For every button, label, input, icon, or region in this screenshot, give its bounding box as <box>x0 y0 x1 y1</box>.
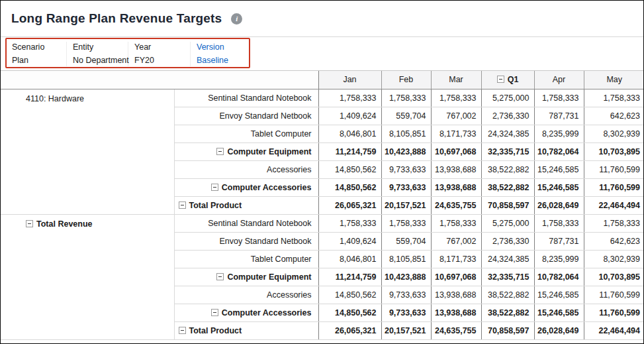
data-cell[interactable]: 10,782,064 <box>534 143 584 160</box>
data-cell[interactable]: 24,324,385 <box>481 250 534 268</box>
collapse-icon[interactable] <box>179 201 186 209</box>
data-cell[interactable]: 14,850,562 <box>318 160 381 178</box>
data-cell[interactable]: 10,697,068 <box>431 268 481 286</box>
data-cell[interactable]: 9,733,633 <box>381 178 431 196</box>
data-cell[interactable]: 1,758,333 <box>534 214 584 232</box>
data-cell[interactable]: 11,760,599 <box>584 160 644 178</box>
data-cell[interactable]: 1,758,333 <box>381 89 431 107</box>
data-cell[interactable]: 1,758,333 <box>534 89 584 107</box>
column-header-feb[interactable]: Feb <box>381 71 431 89</box>
row-member-header[interactable]: Accessories <box>174 286 318 304</box>
data-cell[interactable]: 15,246,585 <box>534 160 584 178</box>
data-cell[interactable]: 9,733,633 <box>381 304 431 321</box>
row-member-header[interactable]: Computer Accessories <box>174 304 318 321</box>
pov-value-version-link[interactable]: Baseline <box>197 56 243 65</box>
info-icon[interactable]: i <box>231 13 242 25</box>
data-cell[interactable]: 767,002 <box>431 232 481 250</box>
collapse-icon[interactable] <box>216 148 224 155</box>
data-cell[interactable]: 1,758,333 <box>431 89 481 107</box>
data-cell[interactable]: 9,733,633 <box>381 286 431 304</box>
data-cell[interactable]: 10,703,895 <box>584 268 644 286</box>
row-member-header[interactable]: Computer Equipment <box>174 268 318 286</box>
data-cell[interactable]: 1,758,333 <box>431 214 481 232</box>
pov-item-version[interactable]: Version Baseline <box>191 42 250 66</box>
data-cell[interactable]: 1,758,333 <box>318 89 381 107</box>
data-cell[interactable]: 26,028,649 <box>534 321 584 339</box>
data-cell[interactable]: 11,760,599 <box>584 178 644 196</box>
data-cell[interactable]: 13,938,688 <box>431 160 481 178</box>
data-cell[interactable]: 2,736,330 <box>481 107 534 125</box>
data-cell[interactable]: 8,046,801 <box>318 250 381 268</box>
row-member-header[interactable]: Sentinal Standard Notebook <box>174 89 318 107</box>
data-cell[interactable]: 32,335,715 <box>481 143 534 160</box>
data-cell[interactable]: 32,335,715 <box>481 268 534 286</box>
row-member-header[interactable]: Envoy Standard Netbook <box>174 107 318 125</box>
data-cell[interactable]: 11,214,759 <box>318 143 381 160</box>
data-cell[interactable]: 5,275,000 <box>481 89 534 107</box>
data-cell[interactable]: 38,522,882 <box>481 178 534 196</box>
row-member-header[interactable]: Tablet Computer <box>174 125 318 143</box>
row-member-header[interactable]: Total Product <box>174 321 318 339</box>
data-cell[interactable]: 20,157,521 <box>381 321 431 339</box>
data-cell[interactable]: 1,758,333 <box>584 214 644 232</box>
data-cell[interactable]: 20,157,521 <box>381 196 431 214</box>
data-cell[interactable]: 10,782,064 <box>534 268 584 286</box>
collapse-icon[interactable] <box>216 273 224 280</box>
data-cell[interactable]: 13,938,688 <box>431 304 481 321</box>
data-cell[interactable]: 8,171,733 <box>431 250 481 268</box>
data-cell[interactable]: 26,028,649 <box>534 196 584 214</box>
pov-label-version[interactable]: Version <box>197 42 243 52</box>
data-cell[interactable]: 11,760,599 <box>584 304 644 321</box>
data-cell[interactable]: 559,704 <box>381 232 431 250</box>
collapse-icon[interactable] <box>497 76 504 83</box>
data-cell[interactable]: 22,464,494 <box>584 196 644 214</box>
data-cell[interactable]: 642,623 <box>584 232 644 250</box>
data-cell[interactable]: 1,409,624 <box>318 107 381 125</box>
data-cell[interactable]: 38,522,882 <box>481 160 534 178</box>
data-cell[interactable]: 24,635,755 <box>431 321 481 339</box>
data-cell[interactable]: 15,246,585 <box>534 178 584 196</box>
data-cell[interactable]: 1,758,333 <box>584 89 644 107</box>
data-cell[interactable]: 8,046,801 <box>318 125 381 143</box>
data-cell[interactable]: 15,246,585 <box>534 286 584 304</box>
row-member-header[interactable]: Computer Accessories <box>174 178 318 196</box>
column-header-jan[interactable]: Jan <box>318 71 381 89</box>
data-cell[interactable]: 14,850,562 <box>318 286 381 304</box>
data-cell[interactable]: 8,302,939 <box>584 125 644 143</box>
row-member-header[interactable]: Tablet Computer <box>174 250 318 268</box>
data-cell[interactable]: 11,214,759 <box>318 268 381 286</box>
data-cell[interactable]: 767,002 <box>431 107 481 125</box>
row-member-header[interactable]: Envoy Standard Netbook <box>174 232 318 250</box>
data-cell[interactable]: 22,464,494 <box>584 321 644 339</box>
data-cell[interactable]: 10,703,895 <box>584 143 644 160</box>
data-cell[interactable]: 1,409,624 <box>318 232 381 250</box>
data-cell[interactable]: 8,235,999 <box>534 125 584 143</box>
data-cell[interactable]: 787,731 <box>534 107 584 125</box>
data-cell[interactable]: 26,065,321 <box>318 321 381 339</box>
collapse-icon[interactable] <box>26 220 33 227</box>
data-cell[interactable]: 13,938,688 <box>431 286 481 304</box>
data-cell[interactable]: 8,235,999 <box>534 250 584 268</box>
data-cell[interactable]: 10,423,888 <box>381 268 431 286</box>
row-group-header[interactable]: 4110: Hardware <box>1 89 174 214</box>
data-cell[interactable]: 70,858,597 <box>481 321 534 339</box>
data-cell[interactable]: 24,635,755 <box>431 196 481 214</box>
data-cell[interactable]: 1,758,333 <box>381 214 431 232</box>
column-header-q1[interactable]: Q1 <box>481 71 534 89</box>
data-cell[interactable]: 9,733,633 <box>381 160 431 178</box>
data-cell[interactable]: 2,736,330 <box>481 232 534 250</box>
data-cell[interactable]: 14,850,562 <box>318 178 381 196</box>
data-cell[interactable]: 787,731 <box>534 232 584 250</box>
data-cell[interactable]: 11,760,599 <box>584 286 644 304</box>
data-cell[interactable]: 8,105,851 <box>381 125 431 143</box>
collapse-icon[interactable] <box>211 309 218 316</box>
row-member-header[interactable]: Accessories <box>174 160 318 178</box>
data-cell[interactable]: 8,302,939 <box>584 250 644 268</box>
data-cell[interactable]: 5,275,000 <box>481 214 534 232</box>
column-header-may[interactable]: May <box>584 71 644 89</box>
data-cell[interactable]: 38,522,882 <box>481 286 534 304</box>
column-header-apr[interactable]: Apr <box>534 71 584 89</box>
row-member-header[interactable]: Total Product <box>174 196 318 214</box>
data-cell[interactable]: 38,522,882 <box>481 304 534 321</box>
data-cell[interactable]: 13,938,688 <box>431 178 481 196</box>
